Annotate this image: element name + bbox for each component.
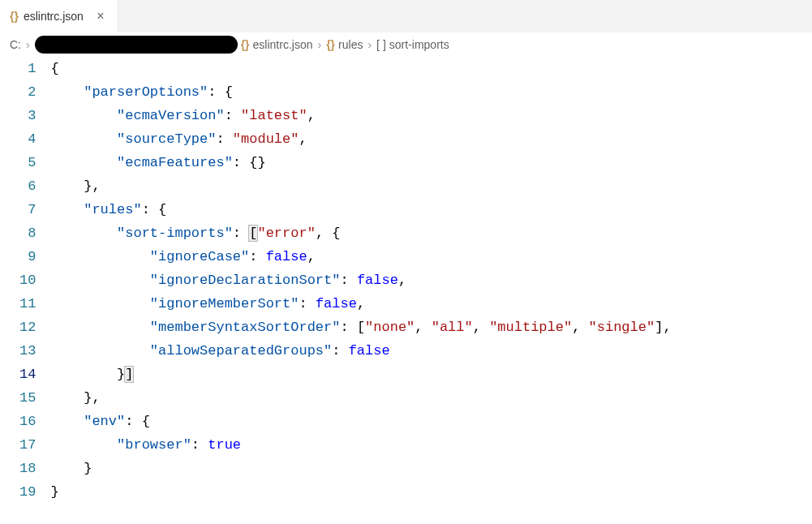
line-number: 8 [19,221,36,245]
tok: : [225,108,233,123]
line-number: 10 [19,268,36,292]
tok: "error" [257,225,315,241]
breadcrumb-sortimports[interactable]: [ ] sort-imports [376,38,449,51]
tok: { [225,84,233,100]
tok: } [84,390,92,406]
tok: "memberSyntaxSortOrder" [150,320,341,335]
tok: , [357,296,365,311]
tok: : [191,437,200,453]
line-number: 5 [19,151,36,174]
code-content[interactable]: { "parserOptions": { "ecmaVersion": "lat… [50,57,812,504]
tok: { [158,202,166,217]
tok: : [233,225,241,241]
tok: : [142,202,150,217]
tok: "ignoreMemberSort" [150,296,299,311]
tok: , [92,178,100,194]
tok: false [357,273,398,288]
tok: "sort-imports" [117,225,233,241]
line-number: 6 [19,174,36,198]
chevron-right-icon: › [26,38,30,51]
breadcrumb-sortimports-label: sort-imports [389,38,449,51]
line-number: 13 [19,339,36,363]
line-number: 14 [19,363,36,386]
line-number: 15 [19,386,36,410]
line-number: 11 [19,292,36,316]
tab-eslintrc[interactable]: {} eslintrc.json × [0,0,118,32]
tok: true [208,437,241,453]
tok: , [299,131,307,147]
tok: "sourceType" [117,131,216,147]
tok: "none" [365,320,415,335]
breadcrumb-rules[interactable]: {} rules [326,38,363,51]
tok: ] [655,320,663,335]
breadcrumb-file[interactable]: {} eslintrc.json [241,38,313,51]
tok: [ [357,320,365,335]
code-editor[interactable]: 1 2 3 4 5 6 7 8 9 10 11 12 13 14 15 16 1… [0,57,812,504]
line-number: 9 [19,245,36,268]
breadcrumb: C: › {} eslintrc.json › {} rules › [ ] s… [0,32,812,57]
breadcrumb-path-redacted [35,36,238,54]
line-number: 4 [19,127,36,151]
tok: "ignoreDeclarationSort" [150,273,341,288]
tok: , [663,320,671,335]
tok: : [332,343,340,359]
line-number: 16 [19,410,36,433]
tok: ] [124,366,134,383]
tok: } [50,484,58,500]
tok: , [316,225,324,241]
line-number: 2 [19,80,36,104]
breadcrumb-drive[interactable]: C: [10,38,21,51]
tok: , [473,320,481,335]
tok: "env" [84,414,125,429]
tok: "allowSeparatedGroups" [150,343,332,359]
breadcrumb-file-label: eslintrc.json [253,38,313,51]
tok: , [307,108,316,123]
tok: "rules" [84,202,141,217]
tab-label: eslintrc.json [24,10,84,23]
tok: "multiple" [489,320,572,335]
tok: : [233,155,241,170]
line-number: 12 [19,316,36,339]
chevron-right-icon: › [318,38,322,51]
tok: } [84,461,92,476]
line-number: 17 [19,433,36,457]
tok: } [84,178,92,194]
tok: false [266,249,307,264]
tok: : [216,131,224,147]
tok: false [316,296,357,311]
json-braces-icon: {} [10,10,19,23]
tok: , [307,249,316,264]
chevron-right-icon: › [367,38,372,51]
tok: , [415,320,423,335]
line-number: 1 [19,57,36,80]
tok: "all" [432,320,473,335]
line-number: 18 [19,457,36,480]
tok: {} [249,155,265,170]
tok: "latest" [241,108,307,123]
tok: , [92,390,100,406]
tok: { [50,61,58,76]
breadcrumb-rules-label: rules [338,38,363,51]
line-number: 3 [19,104,36,127]
tab-bar: {} eslintrc.json × [0,0,812,32]
tok: "single" [589,320,655,335]
tok: "ignoreCase" [150,249,249,264]
line-number-gutter: 1 2 3 4 5 6 7 8 9 10 11 12 13 14 15 16 1… [0,57,50,504]
json-array-icon: [ ] [376,38,386,51]
tok: , [398,273,406,288]
line-number: 7 [19,198,36,221]
tok: , [572,320,580,335]
tok: { [332,225,340,241]
tok: false [349,343,390,359]
tok: : [125,414,133,429]
tok: "ecmaFeatures" [117,155,233,170]
tok: : [340,320,348,335]
tok: "module" [233,131,299,147]
json-braces-icon: {} [241,38,250,51]
tok: "ecmaVersion" [117,108,225,123]
json-braces-icon: {} [326,38,335,51]
tok: { [142,414,150,429]
tok: : [249,249,257,264]
tok: : [299,296,307,311]
close-icon[interactable]: × [93,9,108,24]
